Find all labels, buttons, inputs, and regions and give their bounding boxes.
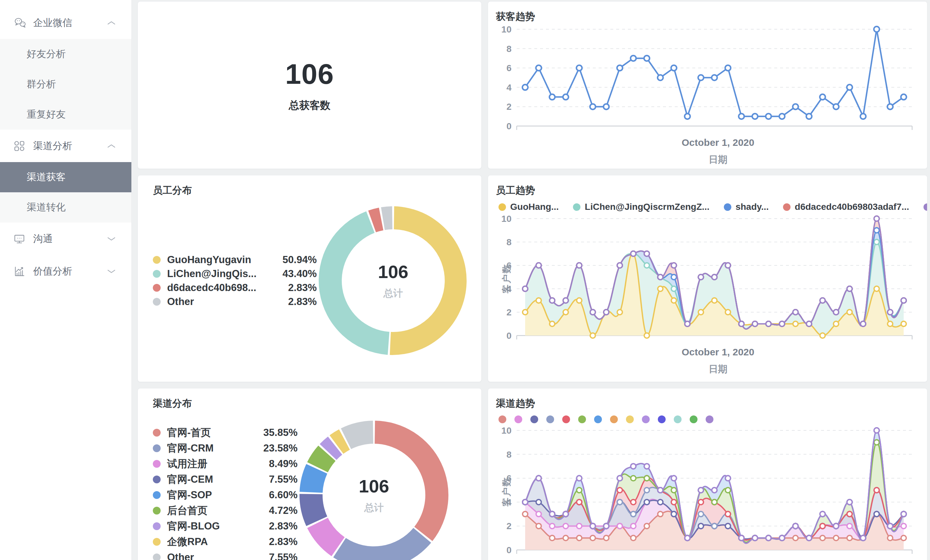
legend-color-dot-3[interactable] (530, 416, 538, 423)
sidebar-item-friend-analysis[interactable]: 好友分析 (0, 39, 131, 69)
monitor-icon (14, 233, 28, 245)
bar-chart-icon (14, 266, 28, 277)
legend-color-dot-2[interactable] (514, 416, 522, 423)
legend-color-dot-13[interactable] (690, 416, 698, 423)
legend-item[interactable]: d6dacedc40b698...2.83% (153, 281, 317, 295)
legend-color-dot (783, 203, 790, 211)
legend-item[interactable]: 官网-BLOG2.83% (153, 519, 297, 534)
legend-label: GuoHang... (510, 202, 559, 212)
legend-item[interactable]: Che... (924, 202, 927, 212)
x-axis-name: 日期 (517, 363, 919, 376)
sidebar-group-communication[interactable]: 沟通 (0, 222, 131, 255)
legend-item[interactable]: LiChen@JingQiscrmZengZ... (573, 202, 710, 212)
svg-text:8: 8 (506, 450, 511, 460)
svg-text:10: 10 (501, 425, 511, 436)
svg-text:10: 10 (501, 25, 511, 34)
legend-color-dot-1[interactable] (499, 416, 506, 423)
legend-color-dot-11[interactable] (658, 416, 666, 423)
sidebar-group-value-analysis[interactable]: 价值分析 (0, 255, 131, 287)
dashboard-page: 企业微信好友分析群分析重复好友渠道分析渠道获客渠道转化沟通价值分析 106 总获… (0, 0, 930, 560)
employee-distribution-legend: GuoHangYugavin50.94%LiChen@JingQis...43.… (153, 253, 317, 308)
svg-text:8: 8 (506, 237, 511, 247)
svg-text:2: 2 (506, 102, 511, 112)
svg-text:6: 6 (506, 63, 511, 73)
legend-value: 2.83% (288, 296, 317, 308)
legend-color-dot (573, 203, 580, 211)
sidebar-item-duplicate-friends[interactable]: 重复好友 (0, 100, 131, 130)
sidebar-item-channel-conversion[interactable]: 渠道转化 (0, 192, 131, 222)
employee-distribution-donut-chart[interactable] (317, 204, 470, 357)
legend-color-dot-8[interactable] (610, 416, 618, 423)
channel-trend-chart[interactable]: 0246810 (496, 425, 919, 557)
employee-distribution-donut: 106 总计 (317, 204, 470, 357)
sidebar-item-channel-acquisition[interactable]: 渠道获客 (0, 162, 131, 192)
legend-item[interactable]: 试用注册8.49% (153, 456, 297, 472)
channel-distribution-donut-chart[interactable] (297, 419, 450, 560)
legend-color-dot (153, 429, 161, 437)
legend-color-dot-10[interactable] (642, 416, 650, 423)
sidebar-group-channel[interactable]: 渠道分析 (0, 130, 131, 162)
channel-distribution-donut: 106 总计 (297, 419, 450, 560)
legend-color-dot (924, 203, 927, 211)
legend-color-dot-6[interactable] (578, 416, 586, 423)
legend-item[interactable]: 官网-SOP6.60% (153, 487, 297, 503)
legend-value: 35.85% (263, 427, 297, 439)
legend-item[interactable]: Other2.83% (153, 295, 317, 308)
legend-label: LiChen@JingQiscrmZengZ... (585, 202, 710, 212)
legend-color-dot-12[interactable] (674, 416, 682, 423)
legend-item[interactable]: 官网-首页35.85% (153, 425, 297, 440)
legend-item[interactable]: 官网-CEM7.55% (153, 472, 297, 487)
legend-item[interactable]: shady... (724, 202, 769, 212)
legend-color-dot (153, 476, 161, 483)
legend-value: 6.60% (269, 489, 297, 501)
legend-value: 7.55% (269, 552, 297, 560)
grid-icon (14, 140, 28, 152)
legend-value: 4.72% (269, 505, 297, 517)
total-acquisition-value: 106 (285, 57, 334, 91)
legend-label: 官网-SOP (167, 488, 212, 502)
legend-color-dot-4[interactable] (546, 416, 554, 423)
legend-label: shady... (736, 202, 769, 212)
acquisition-trend-chart[interactable]: 0246810 (496, 23, 919, 133)
employee-trend-legend: GuoHang...LiChen@JingQiscrmZengZ...shady… (499, 202, 919, 212)
acquisition-trend-x-caption: October 1, 2020 日期 (517, 137, 919, 166)
employee-distribution-title: 员工分布 (153, 184, 471, 197)
legend-item[interactable]: 企微RPA2.83% (153, 534, 297, 549)
legend-value: 7.55% (269, 474, 297, 485)
legend-color-dot (153, 444, 161, 452)
svg-text:2: 2 (506, 521, 511, 531)
legend-label: LiChen@JingQis... (167, 268, 257, 280)
legend-item[interactable]: GuoHang... (499, 202, 559, 212)
legend-label: d6dacedc40b698... (167, 282, 256, 294)
legend-item[interactable]: GuoHangYugavin50.94% (153, 253, 317, 267)
legend-color-dot (153, 298, 161, 306)
legend-color-dot-14[interactable] (706, 416, 713, 423)
total-acquisition-label: 总获客数 (289, 98, 330, 113)
legend-item[interactable]: d6dacedc40b69803adaf7... (783, 202, 909, 212)
channel-distribution-body: 官网-首页35.85%官网-CRM23.58%试用注册8.49%官网-CEM7.… (153, 419, 471, 560)
svg-text:0: 0 (506, 331, 511, 341)
channel-trend-chart-area: 客户数 0246810 (496, 425, 919, 558)
legend-label: 官网-CEM (167, 473, 213, 486)
legend-label: 后台首页 (167, 504, 208, 517)
legend-color-dot-7[interactable] (594, 416, 602, 423)
sidebar-group-wecom[interactable]: 企业微信 (0, 6, 131, 39)
legend-item[interactable]: 后台首页4.72% (153, 503, 297, 519)
svg-text:0: 0 (506, 545, 511, 555)
x-axis-name: 日期 (517, 153, 919, 166)
sidebar-group-label: 渠道分析 (33, 140, 72, 153)
legend-color-dot (153, 522, 161, 530)
legend-color-dot-9[interactable] (626, 416, 634, 423)
legend-color-dot (153, 507, 161, 514)
legend-item[interactable]: LiChen@JingQis...43.40% (153, 267, 317, 281)
employee-trend-chart[interactable]: 0246810 (496, 213, 919, 343)
legend-item[interactable]: 官网-CRM23.58% (153, 440, 297, 456)
chevron-down-icon (107, 268, 116, 274)
legend-color-dot-5[interactable] (562, 416, 570, 423)
card-employee-trend: 员工趋势 GuoHang...LiChen@JingQiscrmZengZ...… (488, 175, 927, 382)
sidebar-item-group-analysis[interactable]: 群分析 (0, 69, 131, 100)
legend-item[interactable]: Other7.55% (153, 549, 297, 560)
legend-value: 8.49% (269, 458, 297, 470)
legend-label: Other (167, 552, 194, 560)
chevron-up-icon (107, 143, 116, 149)
